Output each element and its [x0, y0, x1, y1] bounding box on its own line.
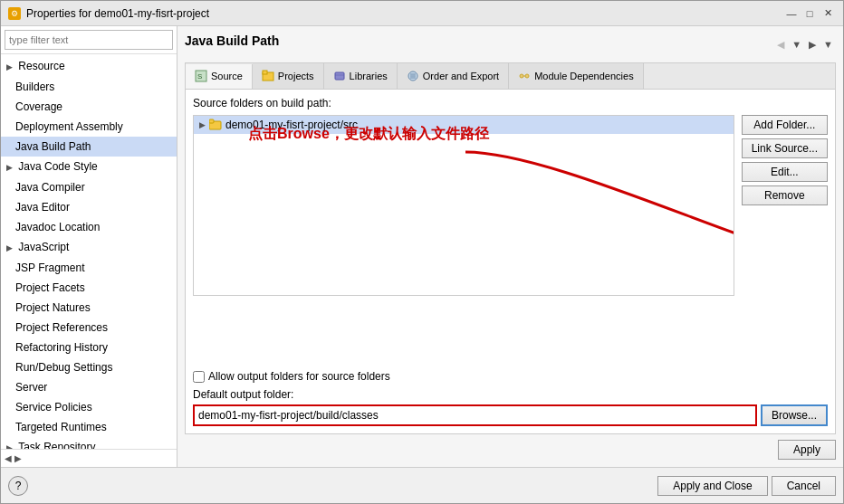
- properties-window: ⚙ Properties for demo01-my-fisrt-project…: [0, 0, 844, 504]
- nav-controls: ◀ ▼ ▶ ▼: [774, 37, 836, 52]
- bottom-section: Allow output folders for source folders …: [193, 370, 828, 426]
- maximize-button[interactable]: □: [801, 5, 818, 22]
- allow-output-label: Allow output folders for source folders: [208, 370, 390, 383]
- sidebar-item-label: JSP Fragment: [15, 262, 84, 274]
- sidebar-item-run-debug-settings[interactable]: Run/Debug Settings: [1, 357, 177, 377]
- source-tab-icon: S: [195, 70, 207, 82]
- annotation-arrow: [375, 143, 734, 288]
- help-button[interactable]: ?: [8, 476, 28, 496]
- sidebar-item-label: Project Facets: [15, 281, 85, 294]
- right-buttons: Add Folder... Link Source... Edit... Rem…: [742, 115, 828, 363]
- sidebar-item-label: JavaScript: [18, 241, 69, 253]
- sidebar-item-java-compiler[interactable]: Java Compiler: [1, 177, 177, 197]
- sidebar-item-label: Project Natures: [15, 301, 91, 314]
- tab-order-export[interactable]: Order and Export: [398, 63, 509, 89]
- sidebar-item-server[interactable]: Server: [1, 377, 177, 397]
- allow-output-row: Allow output folders for source folders: [193, 370, 828, 383]
- svg-rect-3: [263, 71, 267, 74]
- browse-button[interactable]: Browse...: [761, 404, 828, 426]
- nav-back-button[interactable]: ◀: [774, 37, 787, 52]
- sidebar-item-resource[interactable]: ▶ Resource: [1, 56, 177, 77]
- edit-button[interactable]: Edit...: [742, 162, 828, 182]
- panel-title: Java Build Path: [185, 33, 279, 48]
- sidebar-item-coverage[interactable]: Coverage: [1, 97, 177, 117]
- title-controls: — □ ✕: [783, 5, 836, 22]
- minimize-button[interactable]: —: [783, 5, 800, 22]
- sidebar-item-task-repository[interactable]: ▶ Task Repository: [1, 437, 177, 449]
- sidebar-item-label: Project References: [15, 321, 108, 334]
- filter-input[interactable]: [5, 30, 173, 50]
- sidebar-item-label: Run/Debug Settings: [15, 361, 112, 374]
- arrow-icon: ▶: [6, 440, 15, 449]
- cancel-button[interactable]: Cancel: [772, 476, 836, 496]
- sidebar-item-label: Server: [15, 381, 47, 394]
- sidebar-item-label: Coverage: [15, 100, 62, 113]
- bottom-bar-right: Apply and Close Cancel: [657, 476, 836, 496]
- order-export-tab-icon: [407, 70, 419, 82]
- tab-module-dependencies[interactable]: Module Dependencies: [509, 63, 643, 89]
- build-path-item-label: demo01-my-fisrt-project/src: [225, 119, 358, 131]
- sidebar-item-deployment-assembly[interactable]: Deployment Assembly: [1, 117, 177, 137]
- sidebar-item-javadoc-location[interactable]: Javadoc Location: [1, 217, 177, 237]
- sidebar-item-targeted-runtimes[interactable]: Targeted Runtimes: [1, 417, 177, 437]
- build-path-row: ▶ demo01-my-fisrt-project/src 点击Browse，更…: [193, 115, 828, 363]
- nav-down-button[interactable]: ▼: [789, 37, 804, 52]
- nav-dropdown-button[interactable]: ▼: [820, 37, 836, 52]
- apply-close-button[interactable]: Apply and Close: [657, 476, 767, 496]
- sidebar-item-project-facets[interactable]: Project Facets: [1, 278, 177, 298]
- tab-libraries[interactable]: Libraries: [324, 63, 398, 89]
- apply-row: Apply: [185, 440, 836, 460]
- nav-forward-button[interactable]: ▶: [806, 37, 819, 52]
- link-source-button[interactable]: Link Source...: [742, 138, 828, 158]
- svg-rect-14: [209, 119, 214, 123]
- output-folder-row: Browse...: [193, 404, 828, 426]
- sidebar-item-java-code-style[interactable]: ▶ Java Code Style: [1, 157, 177, 177]
- remove-button[interactable]: Remove: [742, 185, 828, 205]
- sidebar-item-label: Java Code Style: [18, 160, 97, 173]
- sidebar-item-project-natures[interactable]: Project Natures: [1, 298, 177, 318]
- module-tab-icon: [518, 70, 531, 82]
- content-area: Source folders on build path: ▶ demo01-m…: [185, 89, 836, 434]
- sidebar-item-jsp-fragment[interactable]: JSP Fragment: [1, 258, 177, 278]
- add-folder-button[interactable]: Add Folder...: [742, 115, 828, 135]
- sidebar-item-label: Java Editor: [15, 201, 70, 214]
- svg-text:S: S: [197, 72, 202, 81]
- arrow-icon: ▶: [6, 159, 15, 176]
- sidebar-item-project-references[interactable]: Project References: [1, 318, 177, 338]
- build-path-item[interactable]: ▶ demo01-my-fisrt-project/src: [194, 116, 734, 134]
- window-icon: ⚙: [8, 7, 21, 20]
- right-panel: Java Build Path ◀ ▼ ▶ ▼ S Source: [177, 26, 843, 467]
- tab-module-dependencies-label: Module Dependencies: [534, 71, 633, 81]
- tab-projects-label: Projects: [278, 71, 314, 81]
- sidebar-item-javascript[interactable]: ▶ JavaScript: [1, 237, 177, 258]
- sidebar-item-java-build-path[interactable]: Java Build Path: [1, 137, 177, 157]
- left-panel: ▶ Resource Builders Coverage Deployment …: [1, 26, 177, 467]
- bottom-bar: ? Apply and Close Cancel: [1, 467, 843, 503]
- libraries-tab-icon: [333, 70, 346, 82]
- filter-input-wrap: [1, 26, 177, 54]
- sidebar-item-builders[interactable]: Builders: [1, 77, 177, 97]
- sidebar-item-label: Task Repository: [18, 441, 95, 449]
- close-button[interactable]: ✕: [820, 5, 836, 22]
- sidebar-item-label: Refactoring History: [15, 341, 108, 354]
- svg-point-10: [520, 74, 523, 78]
- sidebar-item-label: Targeted Runtimes: [15, 421, 107, 433]
- tab-source-label: Source: [211, 71, 243, 81]
- apply-button[interactable]: Apply: [778, 440, 836, 460]
- sidebar-item-label: Java Compiler: [15, 181, 85, 194]
- sidebar-item-label: Builders: [15, 81, 54, 93]
- sidebar-item-service-policies[interactable]: Service Policies: [1, 397, 177, 417]
- sidebar-bottom: ◀ ▶: [1, 449, 177, 467]
- scroll-right-icon: ▶: [14, 453, 22, 463]
- output-folder-input[interactable]: [193, 404, 757, 426]
- tab-projects[interactable]: Projects: [253, 63, 324, 89]
- allow-output-checkbox[interactable]: [193, 371, 205, 383]
- svg-point-11: [525, 74, 529, 78]
- output-folder-label: Default output folder:: [193, 388, 828, 401]
- tab-source[interactable]: S Source: [186, 64, 253, 90]
- arrow-icon: ▶: [6, 240, 15, 256]
- sidebar-item-java-editor[interactable]: Java Editor: [1, 197, 177, 217]
- tab-order-export-label: Order and Export: [423, 71, 499, 81]
- sidebar-item-refactoring-history[interactable]: Refactoring History: [1, 338, 177, 357]
- right-panel-top: Java Build Path ◀ ▼ ▶ ▼: [185, 33, 836, 55]
